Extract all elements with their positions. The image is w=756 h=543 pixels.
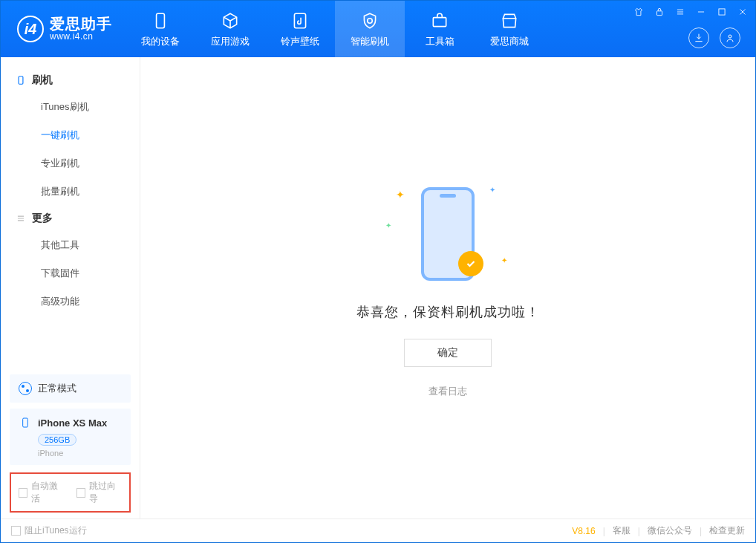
sidebar-bottom: 正常模式 iPhone XS Max 256GB iPhone 自动激活	[1, 374, 140, 518]
svg-rect-2	[433, 17, 446, 26]
refresh-shield-icon	[359, 10, 380, 31]
store-icon	[499, 10, 520, 31]
toolbox-icon	[429, 10, 450, 31]
checkbox-label: 自动激活	[31, 480, 64, 505]
tab-label: 铃声壁纸	[281, 35, 319, 48]
sidebar-item-other-tools[interactable]: 其他工具	[1, 231, 140, 259]
mode-card[interactable]: 正常模式	[10, 374, 131, 403]
tab-apps[interactable]: 应用游戏	[195, 1, 265, 57]
maximize-icon[interactable]	[715, 5, 729, 19]
checkbox-icon	[11, 526, 21, 536]
options-row: 自动激活 跳过向导	[10, 472, 131, 513]
header: i4 爱思助手 www.i4.cn 我的设备 应用游戏 铃声壁纸 智能刷机	[1, 1, 755, 57]
footer: 阻止iTunes运行 V8.16 | 客服 | 微信公众号 | 检查更新	[1, 518, 755, 542]
mode-icon	[19, 382, 32, 395]
download-button[interactable]	[688, 27, 709, 48]
tab-label: 智能刷机	[351, 35, 389, 48]
tab-device[interactable]: 我的设备	[126, 1, 195, 57]
device-capacity: 256GB	[38, 434, 76, 446]
logo[interactable]: i4 爱思助手 www.i4.cn	[1, 1, 126, 57]
shirt-icon[interactable]	[632, 5, 645, 19]
checkbox-icon	[76, 488, 85, 498]
footer-right: V8.16 | 客服 | 微信公众号 | 检查更新	[572, 524, 745, 537]
svg-rect-3	[657, 11, 662, 16]
device-name: iPhone XS Max	[38, 417, 107, 429]
tab-label: 爱思商城	[490, 35, 529, 48]
skip-guide-checkbox[interactable]: 跳过向导	[76, 480, 123, 505]
tab-tools[interactable]: 工具箱	[405, 1, 475, 57]
auto-activate-checkbox[interactable]: 自动激活	[19, 480, 65, 505]
sparkle-icon: ✦	[385, 221, 391, 230]
block-itunes-checkbox[interactable]: 阻止iTunes运行	[11, 524, 87, 537]
sparkle-icon: ✦	[489, 186, 495, 194]
tab-store[interactable]: 爱思商城	[475, 1, 544, 57]
list-icon	[16, 213, 26, 224]
version-label: V8.16	[572, 526, 595, 536]
tab-ring[interactable]: 铃声壁纸	[265, 1, 335, 57]
sidebar-item-oneclick-flash[interactable]: 一键刷机	[1, 121, 140, 149]
close-icon[interactable]	[736, 5, 749, 19]
sidebar-item-batch-flash[interactable]: 批量刷机	[1, 178, 140, 206]
success-illustration: ✦ ✦ ✦ ✦	[381, 178, 515, 290]
tab-label: 应用游戏	[211, 35, 250, 48]
app-name: 爱思助手	[50, 16, 112, 32]
sidebar-group-more: 更多	[1, 206, 140, 231]
checkbox-label: 跳过向导	[89, 480, 122, 505]
svg-rect-1	[294, 13, 305, 28]
music-file-icon	[290, 10, 310, 31]
footer-link-wechat[interactable]: 微信公众号	[648, 524, 692, 537]
view-log-link[interactable]: 查看日志	[428, 385, 467, 398]
minimize-icon[interactable]	[694, 5, 708, 19]
checkbox-label: 阻止iTunes运行	[25, 524, 87, 537]
footer-link-support[interactable]: 客服	[613, 524, 630, 537]
svg-rect-0	[157, 13, 165, 28]
body: 刷机 iTunes刷机 一键刷机 专业刷机 批量刷机 更多 其他工具 下载固件 …	[1, 57, 755, 518]
cube-icon	[220, 10, 241, 31]
svg-rect-7	[23, 418, 28, 427]
group-title: 刷机	[32, 74, 53, 87]
app-window: i4 爱思助手 www.i4.cn 我的设备 应用游戏 铃声壁纸 智能刷机	[0, 0, 756, 543]
tab-label: 我的设备	[141, 35, 180, 48]
app-domain: www.i4.cn	[50, 32, 112, 42]
success-message: 恭喜您，保资料刷机成功啦！	[356, 303, 540, 321]
user-button[interactable]	[720, 27, 740, 48]
lock-icon[interactable]	[653, 5, 666, 19]
device-phone-icon	[19, 416, 32, 429]
menu-icon[interactable]	[674, 5, 687, 19]
sidebar-item-advanced[interactable]: 高级功能	[1, 287, 140, 316]
tab-label: 工具箱	[426, 35, 454, 48]
sidebar-item-itunes-flash[interactable]: iTunes刷机	[1, 93, 140, 121]
header-right-buttons	[688, 27, 740, 48]
logo-text: 爱思助手 www.i4.cn	[50, 16, 112, 42]
group-title: 更多	[32, 212, 53, 225]
svg-point-5	[729, 35, 731, 38]
device-type: iPhone	[38, 449, 122, 458]
sidebar-group-flash: 刷机	[1, 68, 140, 93]
sparkle-icon: ✦	[501, 256, 507, 264]
sidebar-item-download-fw[interactable]: 下载固件	[1, 259, 140, 287]
check-badge-icon	[458, 251, 483, 276]
svg-rect-6	[19, 77, 23, 85]
phone-icon	[150, 10, 171, 31]
footer-link-update[interactable]: 检查更新	[709, 524, 745, 537]
sparkle-icon: ✦	[396, 189, 405, 201]
phone-small-icon	[16, 75, 26, 85]
sidebar: 刷机 iTunes刷机 一键刷机 专业刷机 批量刷机 更多 其他工具 下载固件 …	[1, 57, 140, 518]
ok-button[interactable]: 确定	[404, 339, 492, 367]
svg-rect-4	[719, 9, 725, 15]
logo-icon: i4	[17, 16, 44, 42]
tab-flash[interactable]: 智能刷机	[335, 1, 405, 57]
window-controls	[632, 5, 749, 19]
device-card[interactable]: iPhone XS Max 256GB iPhone	[10, 409, 131, 465]
main-content: ✦ ✦ ✦ ✦ 恭喜您，保资料刷机成功啦！ 确定 查看日志	[140, 57, 755, 518]
sidebar-item-pro-flash[interactable]: 专业刷机	[1, 149, 140, 178]
mode-label: 正常模式	[38, 382, 76, 395]
checkbox-icon	[19, 488, 27, 498]
